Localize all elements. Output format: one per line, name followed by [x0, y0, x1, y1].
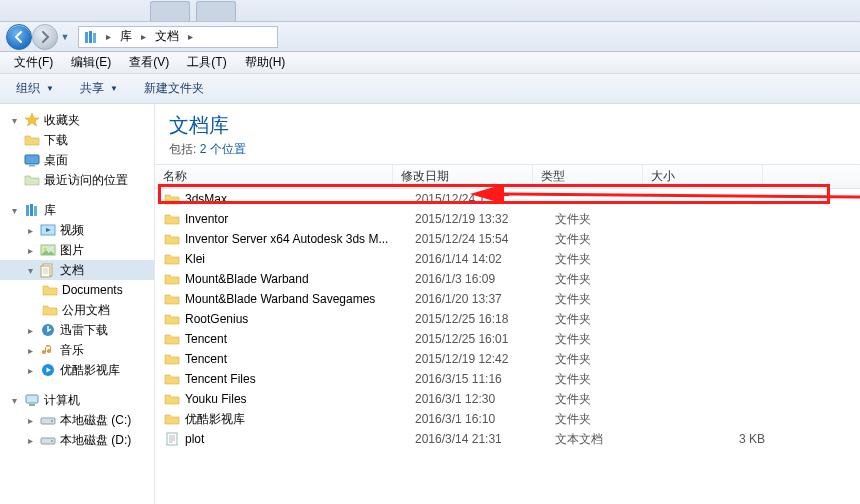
tree-disk-c[interactable]: ▸ 本地磁盘 (C:): [0, 410, 154, 430]
list-item[interactable]: Inventor Server x64 Autodesk 3ds M...201…: [155, 229, 860, 249]
menu-file[interactable]: 文件(F): [6, 52, 61, 73]
nav-forward-button[interactable]: [32, 24, 58, 50]
toolbar: 组织▼ 共享▼ 新建文件夹: [0, 74, 860, 104]
breadcrumb-current[interactable]: 文档: [153, 28, 181, 45]
file-size: 3 KB: [665, 432, 785, 446]
tree-desktop[interactable]: 桌面: [0, 150, 154, 170]
file-type: 文件夹: [555, 231, 665, 248]
file-date: 2016/3/1 16:10: [415, 412, 555, 426]
column-name[interactable]: 名称: [155, 165, 393, 188]
column-type[interactable]: 类型: [533, 165, 643, 188]
list-item[interactable]: plot2016/3/14 21:31文本文档3 KB: [155, 429, 860, 449]
list-item[interactable]: Tencent2015/12/25 16:01文件夹: [155, 329, 860, 349]
taskbar-thumb-2[interactable]: [196, 1, 236, 21]
tree-computer[interactable]: ▾ 计算机: [0, 390, 154, 410]
file-type: 文件夹: [555, 371, 665, 388]
list-item[interactable]: RootGenius2015/12/25 16:18文件夹: [155, 309, 860, 329]
file-type: 文件夹: [555, 391, 665, 408]
file-date: 2015/12/25 16:01: [415, 332, 555, 346]
file-date: 2015/12/19 13:32: [415, 212, 555, 226]
tree-videos[interactable]: ▸ 视频: [0, 220, 154, 240]
expander-icon[interactable]: ▸: [24, 365, 36, 376]
breadcrumb-root[interactable]: 库: [118, 28, 134, 45]
file-name: RootGenius: [185, 312, 415, 326]
list-item[interactable]: Tencent2015/12/19 12:42文件夹: [155, 349, 860, 369]
tree-documents[interactable]: ▾ 文档: [0, 260, 154, 280]
file-list[interactable]: 3dsMax2015/12/24 1文件夹Inventor2015/12/19 …: [155, 189, 860, 504]
organize-button[interactable]: 组织▼: [8, 77, 64, 100]
library-header: 文档库 包括: 2 个位置: [155, 104, 860, 165]
videos-icon: [40, 222, 56, 238]
share-button[interactable]: 共享▼: [72, 77, 128, 100]
svg-rect-21: [26, 395, 38, 403]
list-item[interactable]: 3dsMax2015/12/24 1文件夹: [155, 189, 860, 209]
folder-icon: [163, 370, 181, 388]
tree-documents-en[interactable]: Documents: [0, 280, 154, 300]
nav-history-dropdown[interactable]: ▼: [58, 26, 72, 48]
svg-rect-0: [85, 32, 88, 43]
navigation-tree[interactable]: ▾ 收藏夹 下载 桌面 最近访问的位置 ▾ 库 ▸ 视频: [0, 104, 155, 504]
tree-disk-d[interactable]: ▸ 本地磁盘 (D:): [0, 430, 154, 450]
expander-icon[interactable]: ▾: [8, 205, 20, 216]
tree-xunlei[interactable]: ▸ 迅雷下载: [0, 320, 154, 340]
tree-pictures[interactable]: ▸ 图片: [0, 240, 154, 260]
menu-edit[interactable]: 编辑(E): [63, 52, 119, 73]
menu-tools[interactable]: 工具(T): [179, 52, 234, 73]
nav-back-button[interactable]: [6, 24, 32, 50]
chevron-right-icon: ▸: [140, 31, 147, 42]
expander-icon[interactable]: ▸: [24, 415, 36, 426]
chevron-right-icon: ▸: [187, 31, 194, 42]
tree-downloads[interactable]: 下载: [0, 130, 154, 150]
expander-icon[interactable]: ▸: [24, 225, 36, 236]
new-folder-button[interactable]: 新建文件夹: [136, 77, 214, 100]
file-name: Youku Files: [185, 392, 415, 406]
file-name: Tencent Files: [185, 372, 415, 386]
expander-icon[interactable]: ▾: [8, 395, 20, 406]
tree-music[interactable]: ▸ 音乐: [0, 340, 154, 360]
breadcrumb[interactable]: ▸ 库 ▸ 文档 ▸: [78, 26, 278, 48]
file-icon: [163, 430, 181, 448]
list-item[interactable]: Tencent Files2016/3/15 11:16文件夹: [155, 369, 860, 389]
taskbar-thumb-1[interactable]: [150, 1, 190, 21]
expander-icon[interactable]: ▾: [8, 115, 20, 126]
menu-view[interactable]: 查看(V): [121, 52, 177, 73]
file-date: 2015/12/19 12:42: [415, 352, 555, 366]
tree-public-documents[interactable]: 公用文档: [0, 300, 154, 320]
file-type: 文本文档: [555, 431, 665, 448]
tree-recent[interactable]: 最近访问的位置: [0, 170, 154, 190]
svg-rect-22: [29, 404, 35, 406]
list-item[interactable]: Klei2016/1/14 14:02文件夹: [155, 249, 860, 269]
expander-icon[interactable]: ▸: [24, 245, 36, 256]
file-type: 文件夹: [555, 291, 665, 308]
list-item[interactable]: Mount&Blade Warband2016/1/3 16:09文件夹: [155, 269, 860, 289]
drive-icon: [40, 412, 56, 428]
folder-icon: [163, 230, 181, 248]
file-date: 2015/12/25 16:18: [415, 312, 555, 326]
tree-libraries[interactable]: ▾ 库: [0, 200, 154, 220]
column-date[interactable]: 修改日期: [393, 165, 533, 188]
expander-icon[interactable]: ▸: [24, 325, 36, 336]
menu-help[interactable]: 帮助(H): [237, 52, 294, 73]
library-locations-link[interactable]: 2 个位置: [200, 142, 246, 156]
music-icon: [40, 342, 56, 358]
expander-icon[interactable]: ▸: [24, 435, 36, 446]
chevron-right-icon: ▸: [105, 31, 112, 42]
file-name: Tencent: [185, 352, 415, 366]
folder-icon: [163, 390, 181, 408]
expander-icon[interactable]: ▾: [24, 265, 36, 276]
library-title: 文档库: [169, 112, 846, 139]
column-headers[interactable]: 名称 修改日期 类型 大小: [155, 165, 860, 189]
list-item[interactable]: Youku Files2016/3/1 12:30文件夹: [155, 389, 860, 409]
file-date: 2016/1/20 13:37: [415, 292, 555, 306]
expander-icon[interactable]: ▸: [24, 345, 36, 356]
tree-youku[interactable]: ▸ 优酷影视库: [0, 360, 154, 380]
desktop-icon: [24, 152, 40, 168]
list-item[interactable]: Inventor2015/12/19 13:32文件夹: [155, 209, 860, 229]
tree-favorites[interactable]: ▾ 收藏夹: [0, 110, 154, 130]
column-size[interactable]: 大小: [643, 165, 763, 188]
file-type: 文件夹: [555, 411, 665, 428]
list-item[interactable]: Mount&Blade Warband Savegames2016/1/20 1…: [155, 289, 860, 309]
taskbar-preview-strip: [0, 0, 860, 22]
file-type: 文件夹: [555, 271, 665, 288]
list-item[interactable]: 优酷影视库2016/3/1 16:10文件夹: [155, 409, 860, 429]
